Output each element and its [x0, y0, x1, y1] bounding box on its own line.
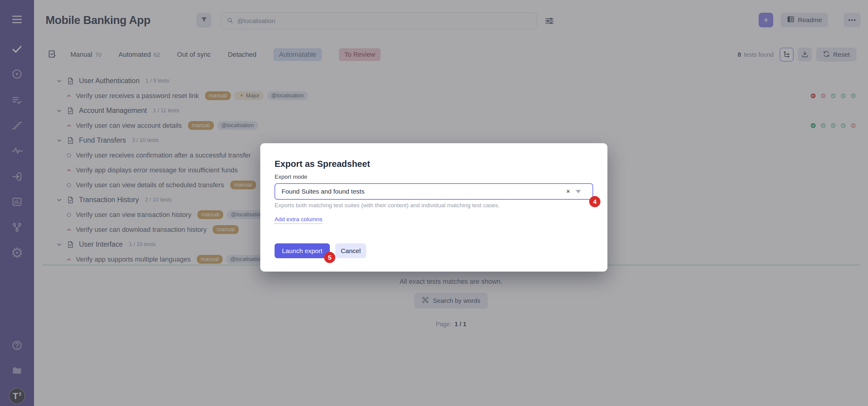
cancel-button[interactable]: Cancel: [335, 243, 366, 258]
launch-export-button[interactable]: Launch export: [275, 243, 330, 258]
export-mode-select[interactable]: Found Suites and found tests ×: [275, 183, 593, 200]
step-badge-4: 4: [589, 196, 600, 207]
export-modal: Export as Spreadsheet Export mode Found …: [260, 143, 608, 272]
export-mode-value: Found Suites and found tests: [282, 188, 365, 195]
modal-title: Export as Spreadsheet: [275, 159, 370, 169]
chevron-down-icon[interactable]: [576, 190, 581, 193]
add-extra-columns-link[interactable]: Add extra columns: [275, 216, 322, 224]
app-root: ⚙T Mobile Banking App + Readme ••• Manua…: [0, 0, 868, 406]
step-badge-5: 5: [324, 252, 335, 263]
export-mode-help: Exports both matching test suites (with …: [275, 202, 500, 209]
export-mode-label: Export mode: [275, 174, 307, 180]
clear-selection-icon[interactable]: ×: [566, 188, 570, 195]
